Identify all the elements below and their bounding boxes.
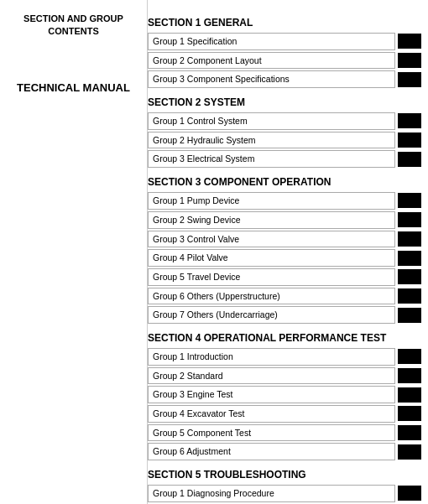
page-number-box (398, 212, 421, 227)
table-row: Group 4 Pilot Valve (148, 249, 421, 267)
table-row: Group 4 Excavator Test (148, 405, 421, 423)
list-item: Group 3 Engine Test (148, 386, 395, 403)
list-item: Group 6 Others (Upperstructure) (148, 288, 395, 305)
page-number-box (398, 72, 421, 87)
page-number-box (398, 231, 421, 247)
table-row: Group 3 Engine Test (148, 386, 421, 403)
table-row: Group 1 Pump Device (148, 192, 421, 210)
table-row: Group 5 Component Test (148, 424, 421, 442)
list-item: Group 1 Introduction (148, 348, 395, 366)
tech-manual-label: TECHNICAL MANUAL (17, 81, 130, 96)
page-number-box (398, 444, 421, 460)
table-row: Group 2 Hydraulic System (148, 132, 421, 149)
list-item: Group 2 Swing Device (148, 211, 395, 229)
table-row: Group 5 Travel Device (148, 268, 421, 286)
list-item: Group 5 Component Test (148, 424, 395, 442)
page-number-box (398, 308, 421, 323)
section-header-1: SECTION 1 GENERAL (148, 15, 421, 30)
list-item: Group 6 Adjustment (148, 443, 395, 460)
list-item: Group 1 Diagnosing Procedure (148, 485, 395, 502)
page-number-box (398, 349, 421, 364)
page-number-box (398, 113, 421, 128)
list-item: Group 2 Standard (148, 367, 395, 385)
section-header-4: SECTION 4 OPERATIONAL PERFORMANCE TEST (148, 330, 421, 346)
table-row: Group 2 Standard (148, 367, 421, 385)
page-number-box (398, 132, 421, 148)
page-number-box (398, 269, 421, 284)
table-row: Group 3 Control Valve (148, 231, 421, 248)
page-number-box (398, 387, 421, 403)
table-row: Group 7 Others (Undercarriage) (148, 306, 421, 324)
page-number-box (398, 193, 421, 208)
right-panel: SECTION 1 GENERALGroup 1 SpecificationGr… (147, 0, 428, 504)
table-row: Group 1 Specification (148, 33, 421, 50)
page-number-box (398, 288, 421, 304)
table-row: Group 1 Diagnosing Procedure (148, 485, 421, 502)
list-item: Group 3 Component Specifications (148, 70, 395, 88)
table-row: Group 1 Introduction (148, 348, 421, 366)
section-header-3: SECTION 3 COMPONENT OPERATION (148, 174, 421, 190)
page-number-box (398, 251, 421, 266)
table-row: Group 1 Control System (148, 112, 421, 130)
list-item: Group 4 Excavator Test (148, 405, 395, 423)
list-item: Group 3 Control Valve (148, 231, 395, 248)
list-item: Group 1 Control System (148, 112, 395, 130)
list-item: Group 2 Component Layout (148, 52, 395, 70)
page-number-box (398, 53, 421, 68)
table-row: Group 2 Swing Device (148, 211, 421, 229)
section-header-2: SECTION 2 SYSTEM (148, 95, 421, 110)
left-panel: SECTION AND GROUP CONTENTS TECHNICAL MAN… (0, 0, 147, 504)
page-number-box (398, 368, 421, 383)
table-row: Group 6 Adjustment (148, 443, 421, 460)
table-row: Group 3 Electrical System (148, 150, 421, 168)
section-group-title: SECTION AND GROUP CONTENTS (8, 13, 138, 39)
section-header-5: SECTION 5 TROUBLESHOOTING (148, 467, 421, 482)
table-row: Group 3 Component Specifications (148, 70, 421, 88)
page-number-box (398, 34, 421, 49)
list-item: Group 5 Travel Device (148, 268, 395, 286)
table-row: Group 6 Others (Upperstructure) (148, 288, 421, 305)
list-item: Group 1 Specification (148, 33, 395, 50)
page-number-box (398, 152, 421, 167)
page-number-box (398, 406, 421, 421)
list-item: Group 2 Hydraulic System (148, 132, 395, 149)
page-number-box (398, 486, 421, 501)
list-item: Group 4 Pilot Valve (148, 249, 395, 267)
list-item: Group 1 Pump Device (148, 192, 395, 210)
page-number-box (398, 425, 421, 440)
list-item: Group 3 Electrical System (148, 150, 395, 168)
list-item: Group 7 Others (Undercarriage) (148, 306, 395, 324)
table-row: Group 2 Component Layout (148, 52, 421, 70)
